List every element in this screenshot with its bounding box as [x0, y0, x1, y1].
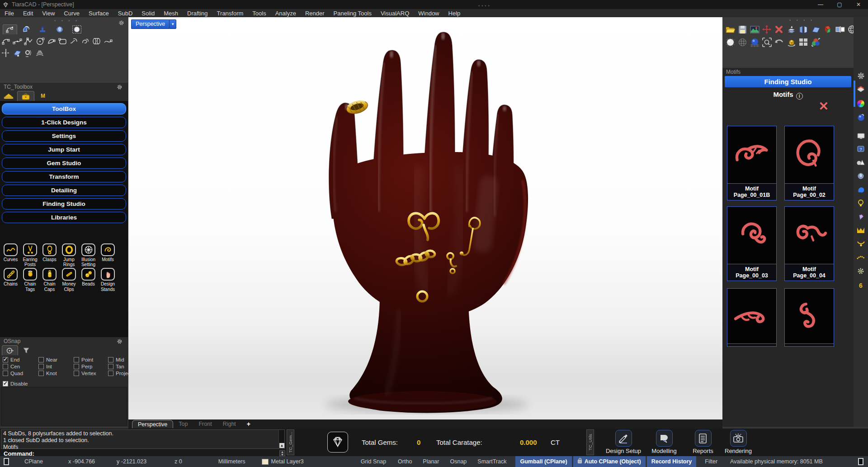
menu-help[interactable]: Help — [444, 10, 465, 17]
cplane-button[interactable]: CPlane — [22, 458, 46, 465]
record-history-toggle[interactable]: Record History — [647, 456, 697, 467]
library-item-curves[interactable]: Curves — [1, 243, 20, 267]
menu-analyze[interactable]: Analyze — [271, 10, 301, 17]
toolbox-tab[interactable] — [17, 91, 34, 101]
lightbulb-icon[interactable] — [856, 198, 866, 208]
jump-start-button[interactable]: Jump Start — [2, 144, 126, 155]
motif-thumbnail-3[interactable]: Motif Page_00_03 — [727, 206, 777, 281]
menu-curve[interactable]: Curve — [59, 10, 84, 17]
menu-tools[interactable]: Tools — [248, 10, 270, 17]
motif-thumbnail-1[interactable]: Motif Page_00_01B — [727, 126, 777, 200]
pipe-icon[interactable] — [91, 36, 101, 46]
layer-color-swatch[interactable] — [262, 459, 269, 465]
move-icon[interactable] — [762, 24, 772, 34]
motif-thumbnail-2[interactable]: Motif Page_00_02 — [784, 126, 834, 200]
gold-six-icon[interactable]: 6 — [856, 281, 866, 291]
arc-icon[interactable] — [46, 36, 56, 46]
osnap-int[interactable]: Int — [38, 364, 74, 369]
stamp-tool-tab[interactable] — [35, 24, 50, 34]
ghosted-sphere-icon[interactable] — [737, 37, 747, 47]
mirror-panels-icon[interactable] — [798, 24, 808, 34]
notification-icon[interactable] — [4, 458, 9, 465]
split-view-icon[interactable] — [835, 24, 845, 34]
tab-perspective[interactable]: Perspective — [132, 420, 173, 428]
library-item-chain-caps[interactable]: Chain Caps — [40, 268, 59, 291]
rgb-icon[interactable] — [811, 37, 821, 47]
surface-icon[interactable] — [811, 24, 821, 34]
gear-icon[interactable] — [856, 71, 866, 81]
curve-blend-icon[interactable] — [69, 36, 79, 46]
smarttrack-toggle[interactable]: SmartTrack — [475, 458, 509, 465]
panel-toggle-icon[interactable] — [858, 458, 863, 465]
color-wheel-icon[interactable] — [856, 99, 866, 109]
info-icon[interactable]: i — [796, 93, 803, 100]
control-points-icon[interactable] — [12, 36, 22, 46]
gem-wrap-icon[interactable] — [24, 48, 33, 58]
library-item-money-clips[interactable]: Money Clips — [59, 268, 79, 291]
globe-icon[interactable] — [856, 171, 866, 181]
layers-stack-icon[interactable] — [786, 24, 796, 34]
gem-studio-button[interactable]: Gem Studio — [2, 157, 126, 169]
menu-window[interactable]: Window — [414, 10, 443, 17]
osnap-toggle[interactable]: Osnap — [447, 458, 469, 465]
menu-paneling-tools[interactable]: Paneling Tools — [329, 10, 376, 17]
display-icon[interactable] — [856, 131, 866, 141]
right-toolbar-grip-dots[interactable]: • • • • — [789, 18, 814, 23]
osnap-cen[interactable]: Cen — [3, 364, 38, 369]
handle-curve-icon[interactable] — [103, 36, 113, 46]
gem-selection-tab[interactable] — [70, 24, 84, 34]
gumball-toggle[interactable]: Gumball (CPlane) — [515, 456, 571, 467]
save-icon[interactable] — [737, 24, 747, 34]
four-view-icon[interactable] — [798, 37, 808, 47]
one-click-designs-button[interactable]: 1-Click Designs — [2, 117, 126, 128]
libraries-button[interactable]: Libraries — [2, 212, 126, 223]
reports-button[interactable]: Reports — [683, 430, 723, 454]
layers-icon[interactable] — [856, 83, 866, 93]
osnap-filter-tab[interactable] — [18, 345, 34, 355]
library-item-clasps[interactable]: Clasps — [40, 243, 59, 267]
coil-icon[interactable] — [35, 48, 45, 58]
osnap-perp[interactable]: Perp — [74, 364, 108, 369]
close-icon[interactable]: ✕ — [818, 100, 829, 113]
menu-solid[interactable]: Solid — [137, 10, 159, 17]
zoom-extents-icon[interactable] — [762, 37, 772, 47]
osnap-gear-icon[interactable] — [117, 338, 123, 344]
material-icon[interactable] — [856, 185, 866, 195]
menu-drafting[interactable]: Drafting — [183, 10, 212, 17]
modelling-button[interactable]: Modelling — [644, 430, 684, 454]
rounded-rect-icon[interactable] — [57, 36, 67, 46]
bracelet-icon[interactable] — [856, 253, 866, 262]
command-history[interactable]: 4 SubDs, 8 polysurfaces added to selecti… — [1, 429, 285, 449]
transform-button[interactable]: Transform — [2, 171, 126, 182]
viewport-name[interactable]: Perspective — [131, 19, 169, 29]
help-panel-icon[interactable]: ? — [856, 144, 866, 154]
perspective-viewport[interactable]: Perspective ▼ — [128, 17, 722, 419]
close-button[interactable]: ✕ — [849, 0, 868, 9]
motif-thumbnail-6[interactable] — [784, 288, 834, 347]
toolbar-grip-dots[interactable]: • • • • — [54, 19, 79, 23]
gear-flower-icon[interactable] — [856, 266, 866, 276]
design-setup-button[interactable]: Design Setup — [603, 430, 644, 454]
library-item-chain-tags[interactable]: Chain Tags — [20, 268, 40, 291]
centerline-icon[interactable] — [1, 48, 11, 58]
auto-cplane-toggle[interactable]: Auto CPlane (Object) — [573, 456, 646, 467]
osnap-quad[interactable]: Quad — [3, 371, 38, 376]
menu-transform[interactable]: Transform — [212, 10, 248, 17]
tab-front[interactable]: Front — [193, 420, 217, 428]
osnap-disable[interactable]: Disable — [3, 381, 28, 386]
menu-render[interactable]: Render — [301, 10, 329, 17]
library-item-beads[interactable]: Beads — [79, 268, 98, 291]
osnap-point[interactable]: Point — [74, 357, 108, 362]
rotate-cube-icon[interactable] — [786, 37, 796, 47]
tc-gem-collapsed-tab[interactable]: TC_Gem... — [287, 429, 294, 455]
crown-icon[interactable] — [856, 225, 866, 235]
tc-toolbox-gear-icon[interactable] — [117, 84, 123, 90]
library-item-chains[interactable]: Chains — [1, 268, 20, 291]
minimize-button[interactable]: — — [811, 0, 830, 9]
tc-utils-collapsed-tab[interactable]: TC_Utils — [586, 429, 594, 455]
motif-thumbnail-5[interactable] — [727, 288, 777, 347]
finding-studio-button[interactable]: Finding Studio — [2, 198, 126, 210]
scroll-up-icon[interactable]: ▲ — [279, 443, 284, 448]
toolbox-button[interactable]: ToolBox — [2, 103, 126, 114]
gold-wedge-tab[interactable] — [0, 91, 17, 101]
